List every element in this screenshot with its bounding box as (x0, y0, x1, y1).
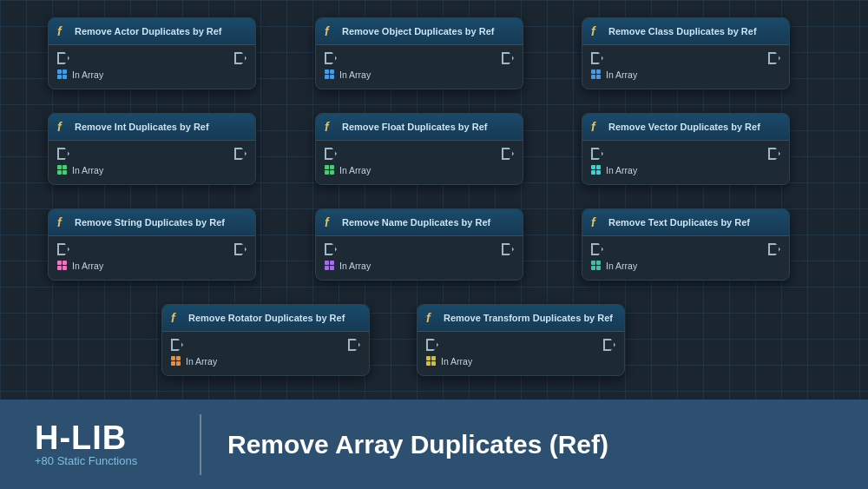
exec-in-pin[interactable] (591, 243, 603, 255)
node-name[interactable]: f Remove Name Duplicates by Ref In Array (315, 208, 523, 281)
array-pin: In Array (426, 356, 615, 367)
node-rotator[interactable]: f Remove Rotator Duplicates by Ref In Ar… (161, 304, 370, 376)
exec-out-pin[interactable] (502, 52, 514, 64)
array-icon (57, 165, 68, 175)
array-icon (325, 165, 335, 175)
node-header-vector: f Remove Vector Duplicates by Ref (582, 114, 789, 141)
blueprint-canvas: f Remove Actor Duplicates by Ref In Arra… (0, 0, 868, 400)
array-label: In Array (441, 356, 472, 367)
exec-in-pin[interactable] (325, 52, 337, 64)
node-string[interactable]: f Remove String Duplicates by Ref In Arr… (48, 208, 256, 281)
node-header-text: f Remove Text Duplicates by Ref (582, 209, 789, 236)
array-pin: In Array (171, 356, 360, 367)
node-actor[interactable]: f Remove Actor Duplicates by Ref In Arra… (48, 17, 256, 89)
exec-out-pin[interactable] (234, 243, 247, 255)
array-icon (57, 69, 68, 80)
array-pin: In Array (591, 165, 780, 175)
exec-in-pin[interactable] (426, 339, 438, 351)
node-title-name: Remove Name Duplicates by Ref (342, 217, 490, 228)
node-float[interactable]: f Remove Float Duplicates by Ref In Arra… (315, 113, 523, 185)
array-icon (325, 261, 335, 271)
exec-pins-row (591, 243, 780, 255)
exec-in-pin[interactable] (591, 52, 603, 64)
function-icon: f (171, 311, 183, 325)
exec-pins-row (57, 52, 247, 64)
exec-out-pin[interactable] (502, 243, 514, 255)
function-icon: f (591, 215, 603, 229)
array-label: In Array (606, 165, 637, 175)
exec-out-pin[interactable] (348, 339, 360, 351)
node-vector[interactable]: f Remove Vector Duplicates by Ref In Arr… (582, 113, 790, 185)
node-title-transform: Remove Transform Duplicates by Ref (444, 313, 613, 323)
node-header-int: f Remove Int Duplicates by Ref (49, 114, 255, 141)
array-pin: In Array (57, 165, 247, 175)
node-object[interactable]: f Remove Object Duplicates by Ref In Arr… (315, 17, 523, 89)
function-icon: f (325, 120, 337, 134)
node-title-rotator: Remove Rotator Duplicates by Ref (188, 313, 345, 323)
node-class[interactable]: f Remove Class Duplicates by Ref In Arra… (582, 17, 790, 89)
main-title: Remove Array Duplicates (Ref) (227, 430, 608, 459)
node-text[interactable]: f Remove Text Duplicates by Ref In Array (582, 208, 790, 281)
function-icon: f (426, 311, 438, 325)
exec-out-pin[interactable] (768, 52, 780, 64)
node-body-text: In Array (582, 236, 789, 280)
node-body-actor: In Array (49, 45, 255, 89)
node-title-string: Remove String Duplicates by Ref (75, 217, 225, 228)
array-pin: In Array (57, 261, 247, 271)
exec-in-pin[interactable] (591, 148, 603, 160)
node-title-actor: Remove Actor Duplicates by Ref (75, 26, 222, 36)
exec-out-pin[interactable] (234, 52, 247, 64)
array-pin: In Array (325, 165, 514, 175)
node-header-rotator: f Remove Rotator Duplicates by Ref (162, 305, 369, 332)
exec-in-pin[interactable] (325, 243, 337, 255)
function-icon: f (325, 215, 337, 229)
array-label: In Array (72, 261, 103, 271)
exec-out-pin[interactable] (234, 148, 247, 160)
exec-in-pin[interactable] (57, 243, 69, 255)
node-title-class: Remove Class Duplicates by Ref (608, 26, 757, 36)
node-header-actor: f Remove Actor Duplicates by Ref (49, 18, 255, 45)
exec-out-pin[interactable] (502, 148, 514, 160)
exec-pins-row (591, 52, 780, 64)
exec-pins-row (591, 148, 780, 160)
node-header-object: f Remove Object Duplicates by Ref (316, 18, 523, 45)
array-label: In Array (339, 165, 371, 175)
function-icon: f (57, 215, 69, 229)
exec-pins-row (57, 243, 247, 255)
logo-divider (200, 414, 201, 475)
array-pin: In Array (591, 261, 780, 271)
function-icon: f (57, 24, 69, 38)
node-title-vector: Remove Vector Duplicates by Ref (608, 122, 760, 132)
array-icon (591, 69, 602, 80)
node-body-string: In Array (49, 236, 255, 280)
array-label: In Array (606, 261, 637, 271)
hlib-subtitle: +80 Static Functions (35, 454, 137, 467)
array-pin: In Array (591, 69, 780, 80)
node-title-object: Remove Object Duplicates by Ref (342, 26, 494, 36)
node-body-vector: In Array (582, 141, 789, 184)
array-label: In Array (72, 165, 103, 175)
array-icon (325, 69, 335, 80)
function-icon: f (325, 24, 337, 38)
node-header-string: f Remove String Duplicates by Ref (49, 209, 255, 236)
exec-pins-row (426, 339, 615, 351)
exec-out-pin[interactable] (768, 243, 780, 255)
array-label: In Array (339, 69, 371, 80)
node-transform[interactable]: f Remove Transform Duplicates by Ref In … (417, 304, 625, 376)
node-int[interactable]: f Remove Int Duplicates by Ref In Array (48, 113, 256, 185)
array-icon (591, 261, 602, 271)
node-body-int: In Array (49, 141, 255, 184)
node-header-transform: f Remove Transform Duplicates by Ref (418, 305, 624, 332)
exec-in-pin[interactable] (57, 148, 69, 160)
exec-out-pin[interactable] (768, 148, 780, 160)
exec-in-pin[interactable] (171, 339, 183, 351)
array-icon (171, 356, 181, 367)
array-label: In Array (186, 356, 217, 367)
array-label: In Array (339, 261, 371, 271)
exec-out-pin[interactable] (603, 339, 615, 351)
exec-in-pin[interactable] (325, 148, 337, 160)
array-icon (591, 165, 602, 175)
exec-in-pin[interactable] (57, 52, 69, 64)
hlib-title: H-LIB (35, 421, 127, 454)
node-header-class: f Remove Class Duplicates by Ref (582, 18, 789, 45)
